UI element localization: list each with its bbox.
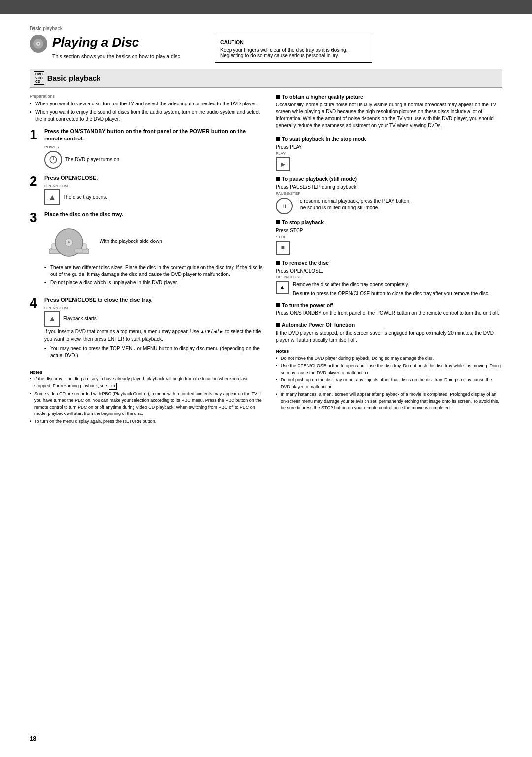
step-4-btn-label: OPEN/CLOSE xyxy=(44,306,264,310)
caution-box: CAUTION Keep your fingers well clear of … xyxy=(215,35,372,63)
disc-tray-svg xyxy=(44,222,94,261)
right-col: To obtain a higher quality picture Occas… xyxy=(276,94,502,426)
notes-right: Notes Do not move the DVD player during … xyxy=(276,348,502,412)
remove-text-col: Remove the disc after the disc tray open… xyxy=(293,281,502,297)
remove-btn-label: OPEN/CLOSE xyxy=(276,275,502,280)
step-4-content: Press OPEN/CLOSE to close the disc tray.… xyxy=(44,296,264,364)
note-left-1: If the disc tray is holding a disc you h… xyxy=(30,376,264,390)
pause-mute-text: The sound is muted during still mode. xyxy=(298,205,411,211)
pause-playback-title-text: To pause playback (still mode) xyxy=(282,176,357,182)
eject-button-icon: ▲ xyxy=(44,189,60,205)
pause-playback-title: To pause playback (still mode) xyxy=(276,176,502,182)
pause-playback-section: To pause playback (still mode) Press PAU… xyxy=(276,176,502,214)
step-3-bullet-2: Do not place a disc which is unplayable … xyxy=(44,279,264,286)
start-playback-title: To start playback in the stop mode xyxy=(276,136,502,142)
power-off-title: To turn the power off xyxy=(276,302,502,308)
step-4-text: Playback starts. xyxy=(63,315,98,322)
start-playback-section: To start playback in the stop mode Press… xyxy=(276,136,502,171)
step-2-text: The disc tray opens. xyxy=(63,194,107,201)
step-4: 4 Press OPEN/CLOSE to close the disc tra… xyxy=(30,296,264,364)
note-right-3: Do not push up on the disc tray or put a… xyxy=(276,377,502,390)
pause-button-icon: ⏸ xyxy=(276,198,293,214)
stop-press-text: Press STOP. xyxy=(276,227,502,234)
notes-left-list: If the disc tray is holding a disc you h… xyxy=(30,376,264,425)
title-icon xyxy=(30,35,47,53)
remove-text2: Be sure to press the OPEN/CLOSE button t… xyxy=(293,290,502,297)
notes-right-title: Notes xyxy=(276,348,502,354)
black-square-7 xyxy=(276,323,280,327)
left-col: Preparations When you want to view a dis… xyxy=(30,94,264,426)
svg-rect-10 xyxy=(75,249,83,253)
stop-playback-title-text: To stop playback xyxy=(282,219,324,225)
remove-disc-section: To remove the disc Press OPEN/CLOSE. OPE… xyxy=(276,260,502,297)
start-playback-body: Press PLAY. PLAY ▶ xyxy=(276,144,502,171)
step-1: 1 Press the ON/STANDBY button on the fro… xyxy=(30,128,264,170)
step-4-inline: ▲ Playback starts. xyxy=(44,311,264,327)
eject-button-2-icon: ▲ xyxy=(44,311,60,327)
remove-row: ▲ Remove the disc after the disc tray op… xyxy=(276,281,502,297)
pause-press-text: Press PAUSE/STEP during playback. xyxy=(276,184,502,191)
remove-disc-body: Press OPEN/CLOSE. OPEN/CLOSE ▲ Remove th… xyxy=(276,268,502,297)
caution-text: Keep your fingers well clear of the disc… xyxy=(220,47,367,58)
stop-playback-body: Press STOP. STOP ■ xyxy=(276,227,502,254)
step-4-bullet-1: You may need to press the TOP MENU or ME… xyxy=(44,345,264,359)
stop-button-icon: ■ xyxy=(276,241,290,255)
step-2-title: Press OPEN/CLOSE. xyxy=(44,174,264,182)
auto-power-off-title-text: Automatic Power Off function xyxy=(282,322,355,328)
note-right-2: Use the OPEN/CLOSE button to open and cl… xyxy=(276,363,502,376)
step-3-title: Place the disc on the disc tray. xyxy=(44,211,264,218)
breadcrumb: Basic playback xyxy=(30,26,502,31)
step-3-bullet-1: There are two different disc sizes. Plac… xyxy=(44,264,264,278)
higher-quality-title: To obtain a higher quality picture xyxy=(276,94,502,100)
play-btn-label: PLAY xyxy=(276,151,502,156)
main-columns: Preparations When you want to view a dis… xyxy=(30,94,502,426)
step-4-extra: If you insert a DVD that contains a top … xyxy=(44,329,261,342)
step-4-bullets: You may need to press the TOP MENU or ME… xyxy=(44,345,264,359)
notes-right-list: Do not move the DVD player during playba… xyxy=(276,355,502,412)
step-2-content: Press OPEN/CLOSE. OPEN/CLOSE ▲ The disc … xyxy=(44,174,264,206)
step-4-number: 4 xyxy=(30,296,39,310)
pause-btn-label: PAUSE/STEP xyxy=(276,191,502,196)
start-playback-title-text: To start playback in the stop mode xyxy=(282,136,367,142)
svg-point-2 xyxy=(38,43,39,45)
auto-power-off-section: Automatic Power Off function If the DVD … xyxy=(276,322,502,344)
higher-quality-title-text: To obtain a higher quality picture xyxy=(282,94,363,100)
black-square-2 xyxy=(276,137,280,141)
step-3: 3 Place the disc on the disc tray. xyxy=(30,211,264,291)
title-subtitle: This section shows you the basics on how… xyxy=(52,50,190,59)
step-3-content: Place the disc on the disc tray. xyxy=(44,211,264,291)
power-button-icon xyxy=(44,151,62,169)
svg-point-9 xyxy=(68,241,70,243)
power-off-body: Press ON/STANDBY on the front panel or t… xyxy=(276,310,502,317)
step-2-btn-label: OPEN/CLOSE xyxy=(44,184,264,188)
start-playback-press: Press PLAY. xyxy=(276,144,502,151)
stop-btn-label: STOP xyxy=(276,234,502,240)
page-number: 18 xyxy=(30,735,36,742)
pause-resume-text: To resume normal playback, press the PLA… xyxy=(298,198,411,205)
caution-title: CAUTION xyxy=(220,39,367,45)
higher-quality-body: Occasionally, some picture noise not usu… xyxy=(276,102,502,129)
step-1-number: 1 xyxy=(30,128,39,141)
disc-side-text: With the playback side down xyxy=(100,239,162,244)
stop-playback-title: To stop playback xyxy=(276,219,502,225)
step-1-inline: The DVD player turns on. xyxy=(44,151,264,169)
remove-disc-title-text: To remove the disc xyxy=(282,260,329,266)
black-square-6 xyxy=(276,303,280,307)
note-left-2: Some video CD are recorded with PBC (Pla… xyxy=(30,391,264,417)
notes-left-title: Notes xyxy=(30,369,264,375)
remove-text1: Remove the disc after the disc tray open… xyxy=(293,281,502,288)
step-1-text: The DVD player turns on. xyxy=(65,156,121,163)
note-right-4: In many instances, a menu screen will ap… xyxy=(276,391,502,412)
note-left-3: To turn on the menu display again, press… xyxy=(30,418,264,425)
black-square-3 xyxy=(276,177,280,181)
auto-power-off-body: If the DVD player is stopped, or the scr… xyxy=(276,330,502,344)
power-off-section: To turn the power off Press ON/STANDBY o… xyxy=(276,302,502,317)
page-title: Playing a Disc xyxy=(52,35,200,50)
top-bar xyxy=(0,0,532,14)
step-4-title: Press OPEN/CLOSE to close the disc tray. xyxy=(44,296,264,304)
section-header: DVD VCD CD Basic playback xyxy=(30,69,502,88)
remove-press-text: Press OPEN/CLOSE. xyxy=(276,268,502,275)
section-title: Basic playback xyxy=(47,74,100,82)
pause-playback-body: Press PAUSE/STEP during playback. PAUSE/… xyxy=(276,184,502,214)
black-square-1 xyxy=(276,95,280,99)
